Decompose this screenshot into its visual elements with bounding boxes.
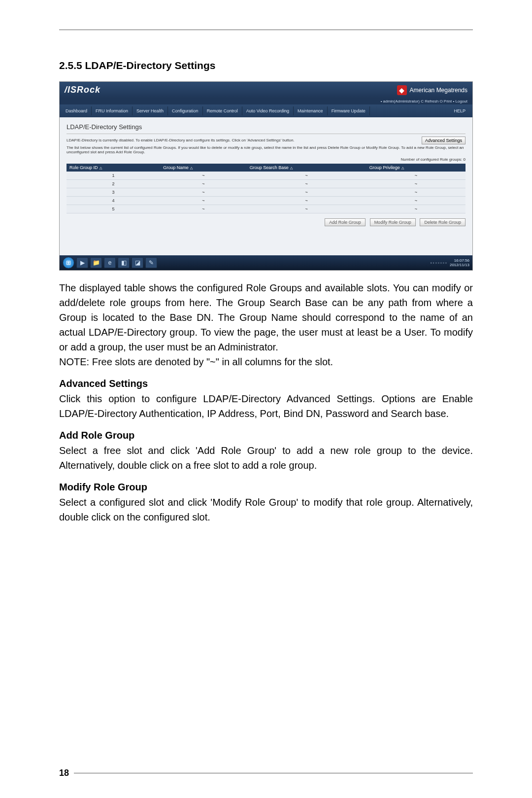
table-row[interactable]: 2~~~: [66, 180, 466, 188]
col-group-search-base[interactable]: Group Search Base△: [247, 164, 366, 172]
brand-text: American Megatrends: [410, 87, 467, 94]
tray-icons: ▫ ◦ ◦ ◦ ◦ ◦ ◦: [431, 261, 447, 265]
app-header: /ISRock ◆ American Megatrends: [60, 82, 472, 98]
main-nav: Dashboard FRU Information Server Health …: [60, 104, 472, 117]
nav-configuration[interactable]: Configuration: [168, 106, 203, 115]
help-link[interactable]: HELP: [449, 106, 470, 115]
heading-advanced-settings: Advanced Settings: [59, 378, 473, 389]
footer-rule: [74, 773, 473, 773]
table-actions: Add Role Group Modify Role Group Delete …: [66, 218, 466, 226]
asrock-logo: /ISRock: [65, 85, 397, 95]
page-title: LDAP/E-Directory Settings: [66, 123, 466, 134]
add-role-group-button[interactable]: Add Role Group: [325, 218, 366, 226]
col-role-group-id[interactable]: Role Group ID△: [66, 164, 160, 172]
col-group-name[interactable]: Group Name△: [160, 164, 247, 172]
nav-firmware-update[interactable]: Firmware Update: [328, 106, 370, 115]
page-number: 18: [59, 768, 69, 778]
page-desc-1: LDAP/E-Directory is currently disabled. …: [66, 138, 466, 142]
user-topbar: • admin(Administrator) C Refresh O Print…: [60, 98, 472, 104]
clock: 16:07:56 2012/11/13: [450, 258, 469, 267]
doc-paragraph-mod: Select a configured slot and click 'Modi…: [59, 495, 473, 524]
page-body: LDAP/E-Directory Settings LDAP/E-Directo…: [60, 117, 472, 255]
nav-fru[interactable]: FRU Information: [92, 106, 133, 115]
brand-label: ◆ American Megatrends: [397, 85, 467, 95]
ie-icon[interactable]: e: [104, 257, 116, 268]
modify-role-group-button[interactable]: Modify Role Group: [370, 218, 416, 226]
table-row[interactable]: 5~~~: [66, 205, 466, 213]
folder-icon[interactable]: 📁: [90, 257, 102, 268]
table-row[interactable]: 4~~~: [66, 197, 466, 205]
page-footer: 18: [59, 768, 473, 778]
explorer-icon[interactable]: ▶: [76, 257, 88, 268]
group-count-label: Number of configured Role groups: 0: [66, 157, 466, 162]
heading-modify-role-group: Modify Role Group: [59, 482, 473, 493]
nav-maintenance[interactable]: Maintenance: [294, 106, 328, 115]
advanced-settings-button[interactable]: Advanced Settings: [422, 137, 466, 144]
nav-server-health[interactable]: Server Health: [133, 106, 168, 115]
table-row[interactable]: 3~~~: [66, 188, 466, 197]
top-rule: [59, 30, 473, 30]
doc-paragraph-1: The displayed table shows the configured…: [59, 280, 473, 369]
tray: ▫ ◦ ◦ ◦ ◦ ◦ ◦ 16:07:56 2012/11/13: [431, 258, 469, 267]
app-icon-2[interactable]: ◪: [132, 257, 143, 268]
doc-paragraph-adv: Click this option to configure LDAP/E-Di…: [59, 391, 473, 421]
col-group-privilege[interactable]: Group Privilege△: [366, 164, 466, 172]
nav-remote-control[interactable]: Remote Control: [203, 106, 242, 115]
nav-dashboard[interactable]: Dashboard: [62, 106, 92, 115]
app-icon-3[interactable]: ✎: [145, 257, 157, 268]
am-logo-icon: ◆: [397, 85, 407, 95]
embedded-screenshot: /ISRock ◆ American Megatrends • admin(Ad…: [59, 81, 473, 271]
doc-paragraph-add: Select a free slot and click 'Add Role G…: [59, 443, 473, 473]
delete-role-group-button[interactable]: Delete Role Group: [420, 218, 466, 226]
nav-auto-video[interactable]: Auto Video Recording: [242, 106, 294, 115]
page-desc-2: The list below shows the current list of…: [66, 145, 466, 154]
app-icon-1[interactable]: ◧: [118, 257, 130, 268]
role-groups-table: Role Group ID△ Group Name△ Group Search …: [66, 164, 466, 213]
start-icon[interactable]: ⊞: [63, 257, 74, 269]
section-title: 2.5.5 LDAP/E-Directory Settings: [59, 60, 473, 71]
table-row[interactable]: 1~~~: [66, 172, 466, 180]
heading-add-role-group: Add Role Group: [59, 430, 473, 441]
taskbar: ⊞ ▶ 📁 e ◧ ◪ ✎ ▫ ◦ ◦ ◦ ◦ ◦ ◦ 16:07:56 201…: [60, 255, 472, 270]
